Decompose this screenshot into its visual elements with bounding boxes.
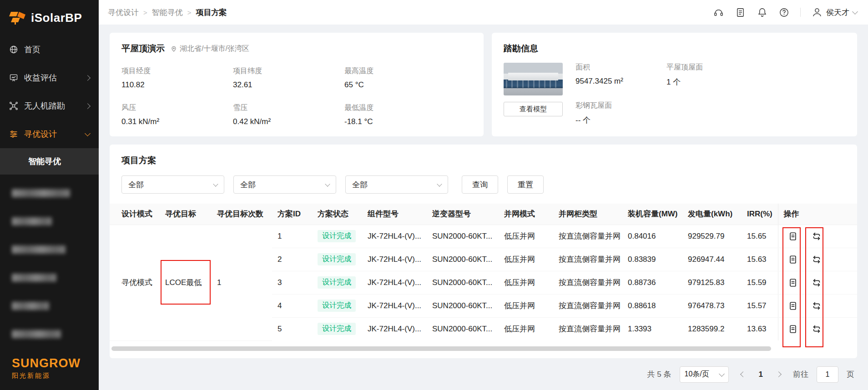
- breadcrumb-item[interactable]: 智能寻优: [152, 7, 183, 18]
- grid-mode-cell: 低压并网: [499, 225, 553, 248]
- pagination-total: 共 5 条: [647, 369, 671, 380]
- grid-mode-cell: 低压并网: [499, 248, 553, 271]
- content: 平屋顶演示 湖北省/十堰市/张湾区 项目经度: [99, 25, 868, 390]
- table-row: 寻优模式LCOE最低11设计完成JK-72HL4-(V)...SUN2000-6…: [110, 225, 857, 248]
- column-header: 寻优目标次数: [212, 204, 272, 225]
- sidebar-item-design[interactable]: 寻优设计: [0, 120, 99, 148]
- sidebar-item-revenue[interactable]: 收益评估: [0, 64, 99, 92]
- project-title: 平屋顶演示: [121, 43, 165, 55]
- sidebar-nav: 首页 收益评估 无人机踏勘: [0, 35, 99, 348]
- project-location: 湖北省/十堰市/张湾区: [170, 44, 249, 54]
- page-size-select[interactable]: 10条/页: [680, 366, 729, 383]
- sidebar-item-smart-optimization[interactable]: 智能寻优: [0, 148, 99, 175]
- field-value: 1 个: [666, 77, 703, 87]
- redacted-menu-group: [0, 179, 99, 348]
- capacity-cell: 0.88736: [622, 271, 682, 294]
- cabinet-type-cell: 按直流侧容量并网: [553, 225, 622, 248]
- redacted-label: [12, 330, 61, 338]
- transfer-icon[interactable]: [811, 254, 822, 265]
- energy-cell: 976478.73: [682, 294, 742, 317]
- cabinet-type-cell: 按直流侧容量并网: [553, 271, 622, 294]
- solar-logo-icon: [8, 10, 26, 25]
- sidebar-item-redacted[interactable]: [0, 235, 99, 264]
- report-icon[interactable]: [787, 277, 798, 288]
- view-model-button[interactable]: 查看模型: [504, 102, 563, 116]
- prev-page-button[interactable]: [737, 368, 750, 381]
- plan-status-cell: 设计完成: [312, 225, 362, 248]
- page-size-value: 10条/页: [685, 370, 709, 379]
- column-header: 设计模式: [110, 204, 160, 225]
- field-value: 0.42 kN/m²: [233, 117, 344, 126]
- column-header: 逆变器型号: [427, 204, 499, 225]
- report-icon[interactable]: [787, 254, 798, 265]
- breadcrumb-item[interactable]: 寻优设计: [108, 7, 139, 18]
- capacity-cell: 1.3393: [622, 317, 682, 340]
- transfer-icon[interactable]: [811, 300, 822, 311]
- energy-cell: 979125.83: [682, 271, 742, 294]
- plans-table-body: 寻优模式LCOE最低11设计完成JK-72HL4-(V)...SUN2000-6…: [110, 225, 857, 340]
- filter-select-value: 全部: [352, 180, 368, 190]
- filter-select-1[interactable]: 全部: [121, 175, 224, 194]
- inverter-model-cell: SUN2000-60KT...: [427, 248, 499, 271]
- plans-card: 项目方案 全部 全部 全部 查询 重置: [110, 145, 857, 358]
- sidebar-item-home[interactable]: 首页: [0, 35, 99, 64]
- plans-title: 项目方案: [110, 155, 857, 166]
- main-area: 寻优设计 > 智能寻优 > 项目方案: [99, 0, 868, 390]
- field-value: -18.1 °C: [344, 117, 472, 126]
- filter-select-2[interactable]: 全部: [233, 175, 336, 194]
- report-icon[interactable]: [787, 324, 798, 335]
- status-badge: 设计完成: [318, 230, 356, 242]
- filter-select-3[interactable]: 全部: [345, 175, 448, 194]
- field: 彩钢瓦屋面 -- 个: [575, 101, 648, 125]
- inverter-model-cell: SUN2000-60KT...: [427, 225, 499, 248]
- field-label: 彩钢瓦屋面: [575, 101, 648, 110]
- sidebar-item-label: 无人机踏勘: [24, 100, 65, 111]
- sidebar-item-redacted[interactable]: [0, 320, 99, 348]
- document-icon[interactable]: [735, 7, 746, 18]
- transfer-icon[interactable]: [811, 324, 822, 335]
- report-icon[interactable]: [787, 231, 798, 242]
- cabinet-type-cell: 按直流侧容量并网: [553, 248, 622, 271]
- transfer-icon[interactable]: [811, 277, 822, 288]
- column-header: 并网柜类型: [553, 204, 622, 225]
- module-model-cell: JK-72HL4-(V)...: [362, 248, 427, 271]
- chevron-down-icon: [852, 9, 858, 15]
- sidebar-item-redacted[interactable]: [0, 264, 99, 292]
- support-icon[interactable]: [713, 7, 724, 18]
- field-label: 最低温度: [344, 103, 472, 113]
- field-value: 65 °C: [344, 80, 472, 90]
- capacity-cell: 0.83839: [622, 248, 682, 271]
- horizontal-scrollbar[interactable]: [111, 346, 771, 351]
- column-header: 并网模式: [499, 204, 553, 225]
- chevron-down-icon: [213, 181, 218, 186]
- plans-table: 设计模式寻优目标寻优目标次数方案ID方案状态组件型号逆变器型号并网模式并网柜类型…: [110, 204, 857, 341]
- goto-page-input[interactable]: [817, 366, 838, 383]
- sidebar-item-redacted[interactable]: [0, 179, 99, 207]
- transfer-icon[interactable]: [811, 231, 822, 242]
- next-page-button[interactable]: [772, 368, 785, 381]
- merged-target-count: 1: [212, 225, 272, 340]
- sidebar-item-redacted[interactable]: [0, 292, 99, 320]
- revenue-icon: [9, 73, 18, 82]
- current-page[interactable]: 1: [758, 370, 764, 379]
- help-icon[interactable]: [778, 7, 789, 18]
- sidebar-item-redacted[interactable]: [0, 207, 99, 235]
- reset-button[interactable]: 重置: [507, 175, 544, 194]
- report-icon[interactable]: [787, 300, 798, 311]
- notification-icon[interactable]: [757, 7, 767, 18]
- field-label: 风压: [121, 103, 233, 113]
- user-menu[interactable]: 侯天才: [812, 7, 857, 18]
- breadcrumb-item-current: 项目方案: [196, 7, 227, 18]
- query-button[interactable]: 查询: [462, 175, 498, 194]
- design-icon: [9, 130, 18, 139]
- plan-status-cell: 设计完成: [312, 317, 362, 340]
- info-cards-row: 平屋顶演示 湖北省/十堰市/张湾区 项目经度: [110, 33, 857, 136]
- field: 最高温度 65 °C: [344, 66, 472, 90]
- sidebar-item-drone[interactable]: 无人机踏勘: [0, 92, 99, 120]
- plans-table-wrap: 设计模式寻优目标寻优目标次数方案ID方案状态组件型号逆变器型号并网模式并网柜类型…: [110, 204, 857, 341]
- status-badge: 设计完成: [318, 300, 356, 312]
- chevron-down-icon: [437, 181, 442, 186]
- filter-select-value: 全部: [240, 180, 256, 190]
- inverter-model-cell: SUN2000-60KT...: [427, 317, 499, 340]
- breadcrumb: 寻优设计 > 智能寻优 > 项目方案: [108, 7, 227, 18]
